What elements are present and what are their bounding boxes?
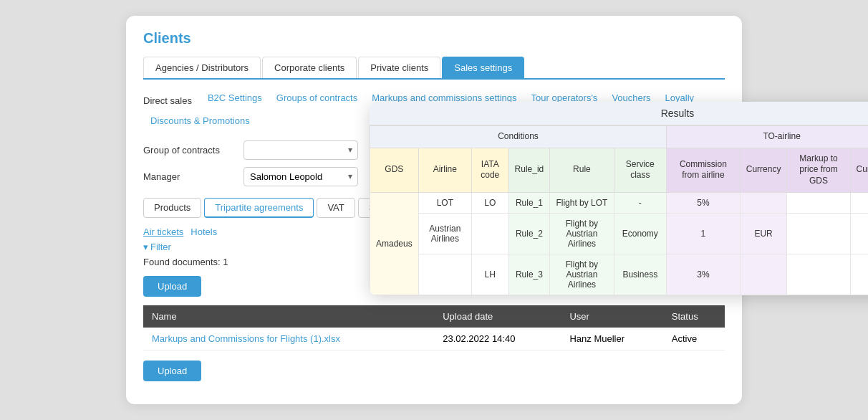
- currency-to-cell-3: [740, 254, 787, 295]
- user-cell: Hanz Mueller: [561, 328, 662, 350]
- col-commission: Commission from airline: [667, 148, 741, 192]
- manager-select[interactable]: Salomon Leopold: [243, 167, 358, 186]
- primary-tabs: Agencies / Distributors Corporate client…: [143, 57, 725, 80]
- commission-cell-2: 1: [667, 213, 741, 254]
- file-link[interactable]: Markups and Commissions for Flights (1).…: [152, 333, 340, 344]
- col-rule: Rule: [550, 148, 614, 192]
- col-airline: Airline: [418, 148, 471, 192]
- result-row-2: Austrian Airlines Rule_2 Flight by Austr…: [370, 213, 869, 254]
- rule-id-cell-3: Rule_3: [508, 254, 550, 295]
- rule-cell-2: Flight by Austrian Airlines: [550, 213, 614, 254]
- commission-cell-1: 5%: [667, 192, 741, 213]
- result-row-3: LH Rule_3 Flight by Austrian Airlines Bu…: [370, 254, 869, 295]
- airline-cell-2: Austrian Airlines: [418, 213, 471, 254]
- col-rule-id: Rule_id: [508, 148, 550, 192]
- markup-price-cell-1: [787, 192, 850, 213]
- table-row: Markups and Commissions for Flights (1).…: [143, 328, 725, 350]
- col-currency-to: Currency: [740, 148, 787, 192]
- rule-id-cell-1: Rule_1: [508, 192, 550, 213]
- currency-to-cell-1: [740, 192, 787, 213]
- service-cell-3: Business: [614, 254, 667, 295]
- tab-products[interactable]: Products: [143, 198, 201, 218]
- upload-button-bottom[interactable]: Upload: [143, 361, 201, 381]
- tab-vat[interactable]: VAT: [317, 198, 355, 218]
- col-currency-markup: Currency: [850, 148, 868, 192]
- group-select-wrap: [243, 140, 358, 160]
- results-header: Results: [370, 102, 868, 125]
- upload-button-top[interactable]: Upload: [143, 276, 201, 297]
- to-airline-header: TO-airline: [667, 126, 868, 148]
- tab-b2c[interactable]: B2C Settings: [201, 90, 269, 112]
- col-markup-price: Markup to price from GDS: [787, 148, 850, 192]
- airline-cell-3: [418, 254, 471, 295]
- results-table: Conditions TO-airline Direct sales GDS A…: [370, 125, 868, 295]
- upload-date-cell: 23.02.2022 14:40: [434, 328, 561, 350]
- col-iata: IATA code: [471, 148, 508, 192]
- tab-discounts[interactable]: Discounts & Promotions: [143, 113, 257, 129]
- col-gds: GDS: [370, 148, 419, 192]
- status-cell: Active: [663, 328, 725, 350]
- col-name: Name: [143, 305, 434, 328]
- air-tickets-link[interactable]: Air tickets: [143, 226, 183, 237]
- result-row-1: Amadeus LOT LO Rule_1 Flight by LOT - 5%…: [370, 192, 869, 213]
- manager-label: Manager: [143, 171, 243, 182]
- tab-groups[interactable]: Groups of contracts: [269, 90, 365, 112]
- tab-corporate[interactable]: Corporate clients: [262, 57, 357, 78]
- file-table: Name Upload date User Status Markups and…: [143, 305, 725, 350]
- main-card: Clients Agencies / Distributors Corporat…: [126, 16, 742, 404]
- currency-markup-cell-1: [850, 192, 868, 213]
- markup-price-cell-2: [787, 213, 850, 254]
- manager-select-wrap: Salomon Leopold: [243, 167, 358, 186]
- tab-tripartite[interactable]: Tripartite agreements: [204, 198, 314, 218]
- currency-to-cell-2: EUR: [740, 213, 787, 254]
- results-card: Results Conditions TO-airline Direct sal…: [370, 102, 868, 295]
- iata-cell-2: [471, 213, 508, 254]
- tab-agencies[interactable]: Agencies / Distributors: [143, 57, 261, 78]
- conditions-header: Conditions: [370, 126, 667, 148]
- group-label: Group of contracts: [143, 145, 243, 156]
- rule-cell-1: Flight by LOT: [550, 192, 614, 213]
- rule-id-cell-2: Rule_2: [508, 213, 550, 254]
- iata-cell-3: LH: [471, 254, 508, 295]
- file-name-cell: Markups and Commissions for Flights (1).…: [143, 328, 434, 350]
- currency-markup-cell-3: [850, 254, 868, 295]
- iata-cell-1: LO: [471, 192, 508, 213]
- filter-label: Filter: [150, 242, 171, 252]
- airline-cell-1: LOT: [418, 192, 471, 213]
- col-user: User: [561, 305, 662, 328]
- hotels-link[interactable]: Hotels: [191, 226, 217, 237]
- gds-cell-1: Amadeus: [370, 192, 419, 295]
- group-select[interactable]: [243, 140, 358, 160]
- col-service: Service class: [614, 148, 667, 192]
- service-cell-2: Economy: [614, 213, 667, 254]
- rule-cell-3: Flight by Austrian Airlines: [550, 254, 614, 295]
- markup-price-cell-3: [787, 254, 850, 295]
- tab-sales[interactable]: Sales settings: [442, 57, 524, 78]
- service-cell-1: -: [614, 192, 667, 213]
- page-title: Clients: [143, 30, 725, 47]
- col-upload-date: Upload date: [434, 305, 561, 328]
- tab-private[interactable]: Private clients: [358, 57, 440, 78]
- direct-sales-label: Direct sales: [143, 90, 192, 112]
- filter-toggle[interactable]: ▾ Filter: [143, 242, 171, 252]
- chevron-icon: ▾: [143, 242, 148, 252]
- col-status: Status: [663, 305, 725, 328]
- currency-markup-cell-2: [850, 213, 868, 254]
- commission-cell-3: 3%: [667, 254, 741, 295]
